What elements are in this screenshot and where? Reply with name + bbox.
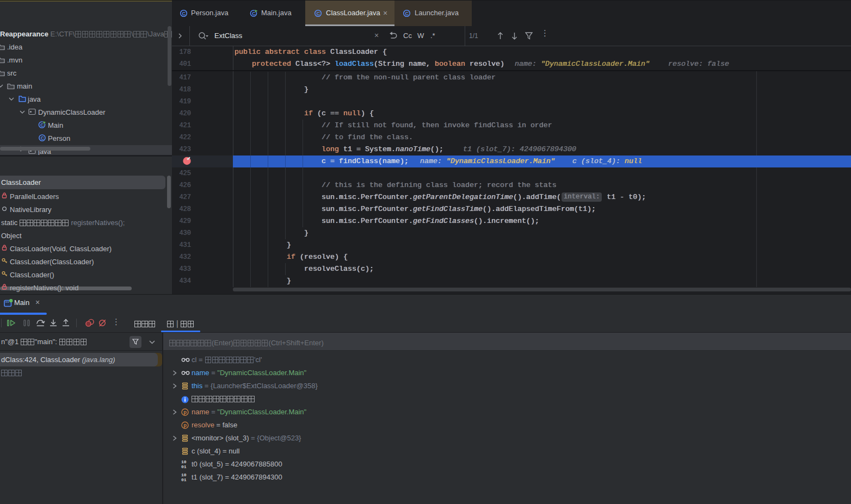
svg-text:C: C (405, 11, 409, 16)
svg-text:C: C (41, 135, 44, 141)
svg-text:p: p (183, 422, 187, 428)
svg-text:p: p (183, 409, 187, 415)
svg-text:C: C (182, 11, 186, 16)
svg-text:C: C (317, 11, 320, 16)
